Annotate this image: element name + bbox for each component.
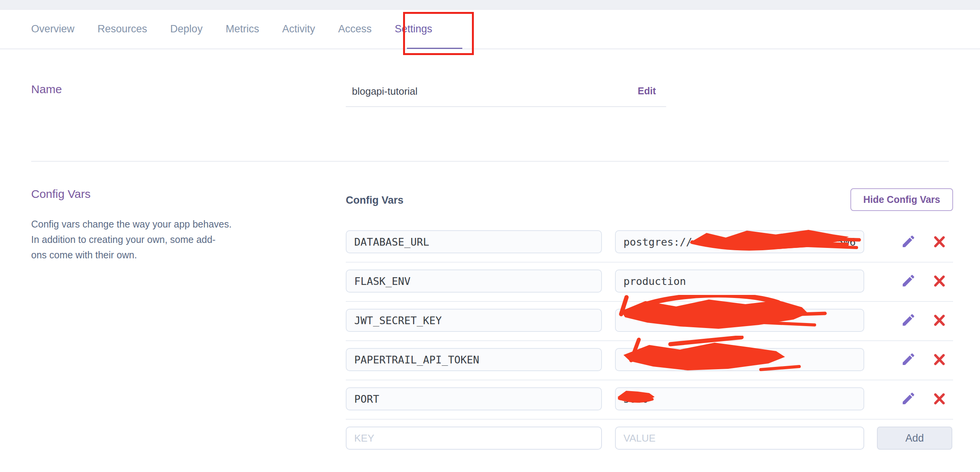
config-var-value[interactable]: postgres://c506	[615, 230, 864, 253]
row-divider	[346, 380, 953, 380]
tab-access[interactable]: Access	[338, 23, 372, 35]
edit-name-button[interactable]: Edit	[638, 85, 656, 97]
config-var-value[interactable]	[615, 309, 864, 332]
description-line: Config vars change the way your app beha…	[31, 216, 232, 232]
config-vars-section-heading: Config Vars	[31, 187, 91, 201]
value-visible-prefix: postgres://	[623, 236, 692, 248]
name-section-heading: Name	[31, 83, 62, 96]
edit-var-pencil-icon[interactable]	[901, 273, 916, 288]
edit-var-pencil-icon[interactable]	[901, 391, 916, 406]
tab-overview[interactable]: Overview	[31, 23, 75, 35]
delete-var-x-icon[interactable]	[932, 274, 946, 288]
tab-bar: Overview Resources Deploy Metrics Activi…	[0, 10, 980, 49]
config-vars-description: Config vars change the way your app beha…	[31, 216, 232, 263]
config-var-key[interactable]: PAPERTRAIL_API_TOKEN	[346, 348, 602, 371]
description-line: In addition to creating your own, some a…	[31, 232, 232, 247]
app-name-value: blogapi-tutorial	[352, 85, 418, 97]
description-line: ons come with their own.	[31, 247, 232, 263]
config-var-value[interactable]	[615, 348, 864, 371]
config-var-value[interactable]: production	[615, 269, 864, 293]
config-var-key[interactable]: PORT	[346, 387, 602, 410]
edit-var-pencil-icon[interactable]	[901, 234, 916, 249]
row-divider	[346, 340, 953, 341]
delete-var-x-icon[interactable]	[932, 392, 946, 406]
config-vars-panel-heading: Config Vars	[346, 194, 403, 206]
hide-config-vars-button[interactable]: Hide Config Vars	[850, 188, 953, 211]
config-var-key[interactable]: DATABASE_URL	[346, 230, 602, 253]
delete-var-x-icon[interactable]	[932, 235, 946, 249]
config-var-key[interactable]: FLASK_ENV	[346, 269, 602, 293]
section-divider	[31, 161, 949, 162]
edit-var-pencil-icon[interactable]	[901, 351, 916, 367]
config-var-key[interactable]: JWT_SECRET_KEY	[346, 309, 602, 332]
tab-resources[interactable]: Resources	[98, 23, 147, 35]
tab-deploy[interactable]: Deploy	[170, 23, 203, 35]
edit-var-pencil-icon[interactable]	[901, 312, 916, 328]
delete-var-x-icon[interactable]	[932, 313, 946, 327]
value-visible-suffix: c506	[831, 236, 856, 248]
row-divider	[346, 301, 953, 302]
delete-var-x-icon[interactable]	[932, 353, 946, 367]
new-var-value-input[interactable]	[615, 427, 864, 450]
row-divider	[346, 262, 953, 263]
row-divider	[346, 419, 953, 420]
red-annotation-box	[403, 12, 474, 55]
tab-activity[interactable]: Activity	[282, 23, 315, 35]
tab-metrics[interactable]: Metrics	[226, 23, 259, 35]
app-settings-page: Overview Resources Deploy Metrics Activi…	[0, 0, 980, 472]
new-var-key-input[interactable]	[346, 427, 602, 450]
add-var-button[interactable]: Add	[877, 427, 952, 450]
config-var-value[interactable]: 5000	[615, 387, 864, 410]
name-field-underline	[346, 106, 666, 107]
top-bar	[0, 0, 980, 10]
